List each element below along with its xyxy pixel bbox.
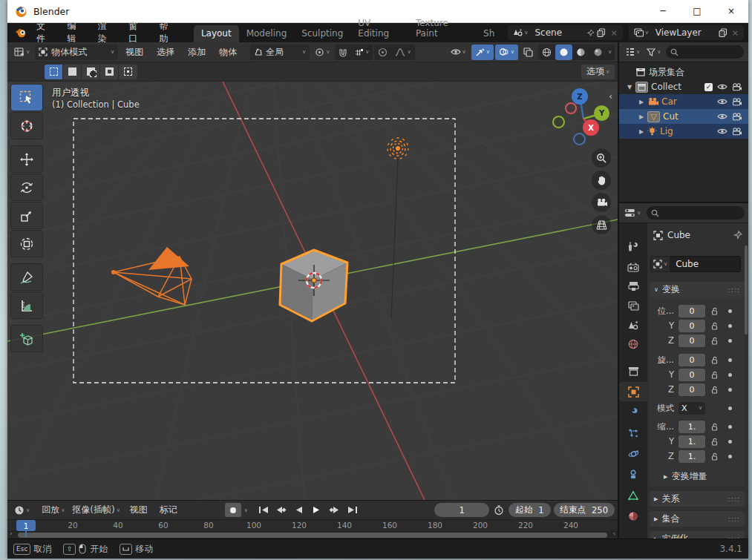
hide-eye-icon[interactable] (717, 83, 728, 90)
maximize-button[interactable]: □ (680, 0, 714, 22)
scale-x-input[interactable]: 1. (679, 421, 705, 433)
tab-sculpting[interactable]: Sculpting (294, 25, 350, 42)
rot-z-input[interactable]: 0 (679, 383, 705, 396)
tab-world[interactable] (619, 335, 647, 354)
tool-measure[interactable] (10, 291, 43, 319)
loc-z-input[interactable]: 0 (679, 335, 705, 347)
proportional-editing-toggle[interactable] (374, 45, 391, 60)
lock-icon[interactable] (709, 337, 721, 345)
tool-annotate[interactable] (10, 263, 43, 291)
drag-handle[interactable]: :::: (728, 286, 740, 294)
tool-move[interactable] (10, 145, 43, 173)
tool-add-cube[interactable] (10, 325, 43, 352)
tab-scene[interactable] (619, 315, 647, 335)
collection-checkbox[interactable]: ✓ (704, 83, 713, 91)
animate-dot[interactable] (728, 455, 732, 458)
expand-icon[interactable]: ▼ (624, 84, 635, 90)
timeline-scrollbar[interactable]: › ‹ (7, 532, 618, 538)
ortho-toggle-button[interactable] (592, 215, 611, 234)
shading-solid-button[interactable] (555, 45, 572, 60)
animate-dot[interactable] (728, 373, 732, 377)
tool-cursor[interactable] (10, 112, 43, 139)
tab-view-layer[interactable] (619, 296, 647, 315)
hide-eye-icon[interactable] (717, 128, 728, 135)
animate-dot[interactable] (728, 309, 732, 313)
instancing-panel[interactable]: ▶ 实例化 :::: (650, 531, 745, 538)
tab-object-props[interactable] (619, 382, 647, 401)
shading-material-button[interactable] (572, 45, 589, 60)
lock-icon[interactable] (709, 322, 721, 330)
timeline-ruler[interactable]: 20 40 60 80 100 120 140 160 180 200 220 … (7, 520, 618, 532)
expand-icon[interactable]: ▶ (635, 99, 647, 105)
menu-window[interactable]: 窗口 (122, 20, 152, 45)
menu-object[interactable]: 物体 (213, 46, 243, 59)
tab-material[interactable] (619, 507, 647, 526)
render-camera-icon[interactable] (732, 128, 742, 136)
blender-menu-icon[interactable] (12, 27, 30, 38)
render-camera-icon[interactable] (732, 113, 742, 121)
snap-toggle[interactable] (335, 45, 351, 60)
rot-x-input[interactable]: 0 (679, 354, 705, 366)
auto-keying-dropdown[interactable]: ∨ (244, 507, 248, 513)
expand-icon[interactable]: ▶ (635, 113, 647, 120)
tab-modifiers[interactable] (619, 403, 647, 422)
gizmo-z-axis[interactable]: Z (572, 88, 588, 105)
outliner-collection-row[interactable]: ▼ Collect ✓ (619, 79, 748, 94)
playback-menu[interactable]: 回放 ∨ (38, 502, 68, 518)
tab-tool[interactable] (619, 237, 647, 256)
tab-object-data[interactable] (619, 486, 647, 505)
transform-panel-header[interactable]: ∨ 变换 :::: (650, 282, 745, 297)
menu-help[interactable]: 帮助 (153, 20, 183, 45)
shading-wireframe-button[interactable] (538, 45, 555, 60)
unlink-scene-icon[interactable]: × (608, 28, 619, 38)
menu-render[interactable]: 渲染 (91, 20, 122, 45)
outliner-camera-row[interactable]: ▶ Car (619, 94, 748, 109)
scene-name[interactable]: Scene (530, 27, 586, 38)
viewlayer-browse-button[interactable]: ∨ (632, 28, 651, 37)
scroll-left-icon[interactable]: › (10, 530, 13, 537)
jump-to-end-button[interactable] (344, 503, 361, 517)
properties-search-input[interactable] (647, 206, 745, 220)
pin-icon[interactable] (733, 231, 742, 240)
timeline-view-menu[interactable]: 视图 (124, 504, 154, 516)
hide-eye-icon[interactable] (717, 98, 728, 105)
collection-name[interactable]: Collect (651, 82, 704, 92)
transform-orientation[interactable]: 全局 ∨ (250, 45, 310, 60)
menu-select[interactable]: 选择 (151, 46, 180, 59)
timeline-scroll-thumb[interactable] (18, 533, 607, 538)
sidebar-collapse-icon[interactable]: ‹ (609, 90, 612, 102)
tab-layout[interactable]: Layout (194, 25, 239, 42)
pivot-point-button[interactable]: ∨ (311, 45, 333, 60)
animate-dot[interactable] (728, 425, 732, 429)
options-button[interactable]: 选项 ∨ (581, 65, 615, 79)
select-mode-set[interactable] (45, 65, 63, 79)
relations-panel[interactable]: ▶ 关系 :::: (650, 491, 745, 507)
select-mode-extend[interactable] (63, 65, 82, 79)
zoom-button[interactable] (592, 148, 611, 168)
menu-view[interactable]: 视图 (120, 46, 149, 59)
menu-file[interactable]: 文件 (30, 20, 60, 45)
animate-dot[interactable] (728, 440, 732, 444)
lock-icon[interactable] (709, 356, 721, 364)
lock-icon[interactable] (709, 423, 721, 431)
menu-edit[interactable]: 编辑 (60, 20, 91, 45)
animate-dot[interactable] (728, 358, 732, 362)
new-viewlayer-icon[interactable] (719, 28, 728, 37)
object-name-input[interactable]: Cube (670, 256, 741, 272)
tab-constraints[interactable] (619, 465, 647, 484)
editor-type-button[interactable]: ∨ (10, 45, 33, 60)
gizmo-x-axis[interactable]: X (583, 119, 599, 136)
remove-viewlayer-icon[interactable]: × (730, 28, 741, 38)
animate-dot[interactable] (728, 339, 732, 343)
gizmo-y-axis[interactable]: Y (594, 105, 609, 121)
outliner-light-row[interactable]: ▶ Lig (619, 124, 748, 139)
gizmo-minus-y[interactable] (552, 116, 565, 128)
viewlayer-name[interactable]: ViewLayer (651, 27, 716, 38)
light-object-name[interactable]: Lig (660, 126, 717, 136)
lock-icon[interactable] (709, 452, 721, 461)
loc-y-input[interactable]: 0 (679, 320, 705, 332)
tool-select-box[interactable] (10, 84, 43, 111)
animate-dot[interactable] (728, 406, 732, 410)
auto-keying-button[interactable] (225, 503, 241, 517)
render-camera-icon[interactable] (732, 83, 742, 91)
